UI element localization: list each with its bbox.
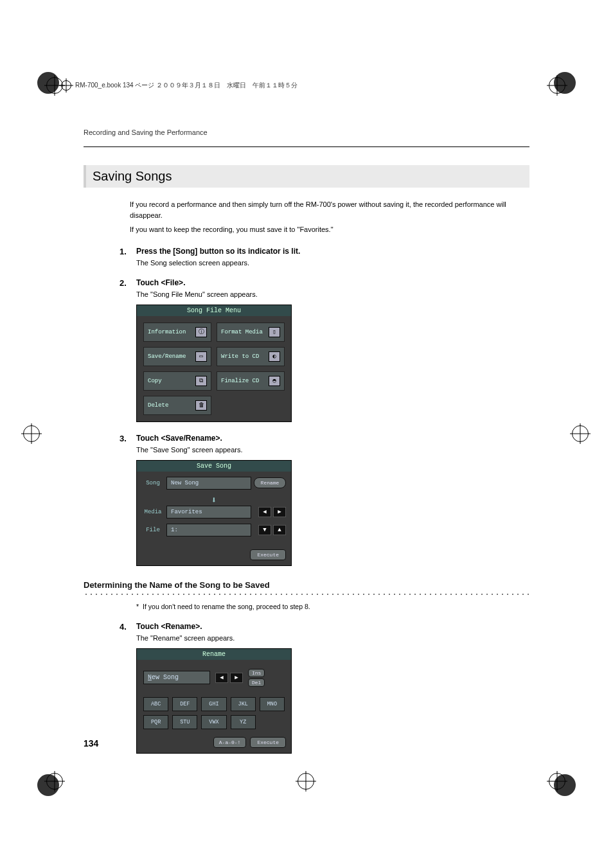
- keypad-abc[interactable]: ABC: [143, 697, 168, 711]
- rename-field-rest: ew Song: [152, 674, 179, 681]
- crop-mark-icon: [549, 773, 567, 791]
- save-icon: ▭: [195, 351, 207, 362]
- menu-label: Copy: [148, 378, 162, 384]
- step-title: Press the [Song] button so its indicator…: [136, 247, 300, 256]
- menu-label: Save/Rename: [148, 353, 186, 360]
- running-head: Recording and Saving the Performance: [84, 128, 529, 136]
- menu-item-delete[interactable]: Delete 🗑: [143, 396, 211, 415]
- menu-label: Information: [148, 329, 186, 335]
- arrow-left-icon[interactable]: ◀: [258, 507, 271, 517]
- keypad-blank: [260, 715, 285, 729]
- menu-item-copy[interactable]: Copy ⧉: [143, 371, 211, 391]
- delete-icon: 🗑: [195, 400, 207, 411]
- intro-line1: If you record a performance and then sim…: [130, 199, 529, 220]
- note-marker: *: [136, 603, 139, 610]
- subsection-note: * If you don't need to rename the song, …: [136, 603, 529, 610]
- row-label-file: File: [142, 527, 164, 533]
- step-number: 2.: [120, 278, 130, 288]
- step-title: Touch <File>.: [136, 278, 185, 288]
- execute-button[interactable]: Execute: [250, 549, 286, 560]
- row-label-song: Song: [142, 480, 164, 486]
- step-body: The "Song File Menu" screen appears.: [136, 290, 529, 298]
- header-rule: [84, 146, 529, 147]
- info-icon: ⓘ: [195, 327, 207, 337]
- menu-label: Finalize CD: [221, 378, 259, 384]
- cursor-right-icon[interactable]: ▶: [230, 673, 243, 683]
- copy-icon: ⧉: [195, 376, 207, 386]
- panel-title: Save Song: [137, 461, 291, 472]
- menu-item-write-cd[interactable]: Write to CD ◐: [217, 347, 285, 366]
- keypad-yz[interactable]: YZ: [231, 715, 256, 729]
- keypad-stu[interactable]: STU: [172, 715, 197, 729]
- finalize-cd-icon: ◓: [269, 376, 280, 386]
- execute-button[interactable]: Execute: [250, 737, 286, 748]
- step-3: 3. Touch <Save/Rename>.: [120, 434, 529, 443]
- rename-screenshot: Rename New Song ◀ ▶ Ins Del ABC DEF GHI …: [136, 648, 292, 754]
- page-number: 134: [84, 738, 98, 748]
- menu-label: Format Media: [221, 329, 263, 335]
- section-title: Saving Songs: [84, 165, 529, 188]
- crosshair-icon: [61, 80, 71, 91]
- panel-title: Song File Menu: [137, 305, 291, 316]
- step-4: 4. Touch <Rename>.: [120, 622, 529, 632]
- write-cd-icon: ◐: [269, 351, 280, 362]
- crop-mark-icon: [23, 425, 41, 443]
- step-number: 1.: [120, 247, 130, 256]
- crop-mark-icon: [549, 77, 567, 95]
- step-body: The "Save Song" screen appears.: [136, 446, 529, 454]
- step-number: 4.: [120, 622, 130, 632]
- menu-item-information[interactable]: Information ⓘ: [143, 323, 211, 342]
- arrow-up-icon[interactable]: ▲: [273, 525, 286, 535]
- song-name-field: New Song: [166, 477, 251, 490]
- arrow-down-icon[interactable]: ▼: [258, 525, 271, 535]
- format-icon: ▯: [269, 327, 280, 337]
- step-title: Touch <Rename>.: [136, 622, 202, 632]
- rename-button[interactable]: Rename: [254, 477, 286, 488]
- book-info: RM-700_e.book 134 ページ ２００９年３月１８日 水曜日 午前１…: [75, 81, 298, 90]
- del-button[interactable]: Del: [248, 678, 265, 687]
- step-title: Touch <Save/Rename>.: [136, 434, 222, 443]
- keypad-def[interactable]: DEF: [172, 697, 197, 711]
- step-body: The Song selection screen appears.: [136, 259, 529, 267]
- keypad-ghi[interactable]: GHI: [201, 697, 226, 711]
- crop-mark-icon: [298, 773, 315, 791]
- keypad-pqr[interactable]: PQR: [143, 715, 168, 729]
- menu-item-format-media[interactable]: Format Media ▯: [217, 323, 285, 342]
- song-file-menu-screenshot: Song File Menu Information ⓘ Format Medi…: [136, 305, 292, 422]
- step-number: 3.: [120, 434, 130, 443]
- media-field: Favorites: [166, 506, 251, 518]
- row-label-media: Media: [142, 509, 164, 515]
- menu-item-save-rename[interactable]: Save/Rename ▭: [143, 347, 211, 366]
- step-1: 1. Press the [Song] button so its indica…: [120, 247, 529, 256]
- arrow-right-icon[interactable]: ▶: [273, 507, 286, 517]
- step-body: The "Rename" screen appears.: [136, 634, 529, 642]
- cursor-left-icon[interactable]: ◀: [215, 673, 228, 683]
- subsection-title: Determining the Name of the Song to be S…: [84, 580, 529, 590]
- crop-mark-icon: [46, 773, 64, 791]
- arrow-down-icon: ⬇: [142, 495, 286, 506]
- char-mode-button[interactable]: A-a-0-!: [213, 737, 247, 748]
- keypad-mno[interactable]: MNO: [260, 697, 285, 711]
- save-song-screenshot: Save Song Song New Song Rename ⬇ Media F…: [136, 460, 292, 566]
- note-text: If you don't need to rename the song, pr…: [143, 603, 310, 610]
- intro-line2: If you want to keep the recording, you m…: [130, 224, 529, 235]
- keypad-jkl[interactable]: JKL: [231, 697, 256, 711]
- ins-button[interactable]: Ins: [248, 669, 265, 677]
- menu-item-empty: [217, 396, 285, 415]
- crop-mark-icon: [572, 425, 590, 443]
- print-header: RM-700_e.book 134 ページ ２００９年３月１８日 水曜日 午前１…: [61, 80, 298, 91]
- panel-title: Rename: [137, 649, 291, 660]
- file-field: 1:: [166, 524, 251, 536]
- step-2: 2. Touch <File>.: [120, 278, 529, 288]
- rename-field[interactable]: New Song: [143, 671, 210, 684]
- keypad-vwx[interactable]: VWX: [201, 715, 226, 729]
- menu-label: Delete: [148, 402, 168, 409]
- menu-label: Write to CD: [221, 353, 259, 360]
- menu-item-finalize-cd[interactable]: Finalize CD ◓: [217, 371, 285, 391]
- dotted-rule: [84, 592, 529, 596]
